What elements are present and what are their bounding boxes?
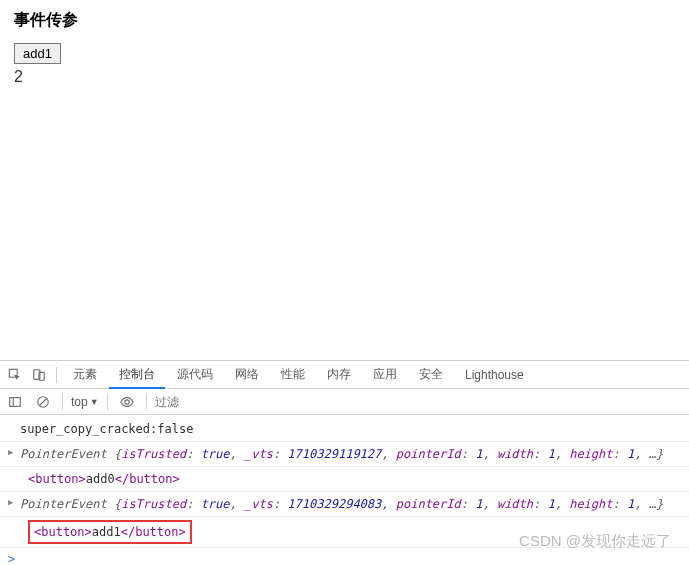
tab-console[interactable]: 控制台 [109,361,165,389]
rest: , …} [634,447,663,461]
value: 1 [547,497,554,511]
console-prompt[interactable]: > [0,548,689,565]
clear-console-icon[interactable] [32,391,54,413]
filter-input[interactable] [155,395,215,409]
separator [62,394,63,410]
svg-rect-3 [10,397,21,406]
rest: , …} [634,497,663,511]
key: _vts [244,497,273,511]
console-row: super_copy_cracked:false [0,417,689,442]
value: 1 [547,447,554,461]
key: isTrusted [121,497,186,511]
key: _vts [244,447,273,461]
key: width [497,447,533,461]
value: true [201,447,230,461]
value: 1710329294083 [287,497,381,511]
console-output: super_copy_cracked:false PointerEvent {i… [0,415,689,565]
counter-value: 2 [14,68,675,86]
add-button[interactable]: add1 [14,43,61,64]
tab-elements[interactable]: 元素 [63,361,107,389]
tab-lighthouse[interactable]: Lighthouse [455,361,534,389]
sidebar-toggle-icon[interactable] [4,391,26,413]
page-title: 事件传参 [14,10,675,31]
page-content: 事件传参 add1 2 [0,0,689,360]
context-label: top [71,395,88,409]
eye-icon[interactable] [116,391,138,413]
console-row[interactable]: PointerEvent {isTrusted: true, _vts: 171… [0,492,689,517]
key: width [497,497,533,511]
highlight-box: <button>add1</button> [28,520,192,544]
key: pointerId [396,497,461,511]
tab-security[interactable]: 安全 [409,361,453,389]
log-text: super_copy_cracked:false [20,422,193,436]
log-object-label: PointerEvent [20,447,114,461]
separator [56,367,57,383]
value: true [201,497,230,511]
devtools-panel: 元素 控制台 源代码 网络 性能 内存 应用 安全 Lighthouse top… [0,360,689,565]
chevron-down-icon: ▼ [90,397,99,407]
separator [146,394,147,410]
separator [107,394,108,410]
inspect-icon[interactable] [4,364,26,386]
console-toolbar: top ▼ [0,389,689,415]
console-row[interactable]: <button>add0</button> [0,467,689,492]
html-tag: </button> [121,525,186,539]
svg-point-7 [124,399,128,403]
console-row-highlighted[interactable]: <button>add1</button> [0,517,689,548]
tab-application[interactable]: 应用 [363,361,407,389]
html-text: add0 [86,472,115,486]
html-tag: <button> [28,472,86,486]
key: height [569,497,612,511]
html-tag: </button> [115,472,180,486]
svg-line-6 [40,398,47,405]
html-tag: <button> [34,525,92,539]
html-text: add1 [92,525,121,539]
key: pointerId [396,447,461,461]
key: height [569,447,612,461]
value: 1710329119127 [287,447,381,461]
tab-network[interactable]: 网络 [225,361,269,389]
tab-memory[interactable]: 内存 [317,361,361,389]
tab-sources[interactable]: 源代码 [167,361,223,389]
device-icon[interactable] [28,364,50,386]
tab-performance[interactable]: 性能 [271,361,315,389]
key: isTrusted [121,447,186,461]
console-row[interactable]: PointerEvent {isTrusted: true, _vts: 171… [0,442,689,467]
log-object-label: PointerEvent [20,497,114,511]
devtools-tabs: 元素 控制台 源代码 网络 性能 内存 应用 安全 Lighthouse [0,361,689,389]
context-selector[interactable]: top ▼ [71,395,99,409]
